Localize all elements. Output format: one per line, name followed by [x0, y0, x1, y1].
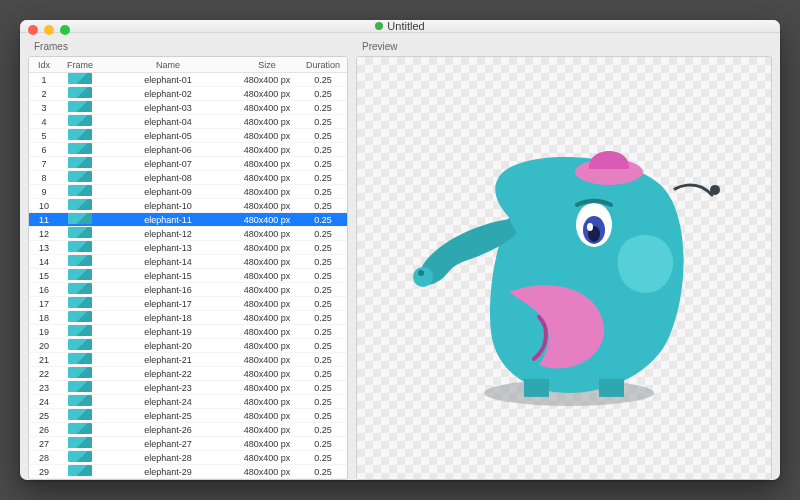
- table-row[interactable]: 2elephant-02480x400 px0.25: [29, 87, 347, 101]
- cell-idx: 18: [29, 313, 59, 323]
- cell-idx: 27: [29, 439, 59, 449]
- table-row[interactable]: 3elephant-03480x400 px0.25: [29, 101, 347, 115]
- cell-idx: 21: [29, 355, 59, 365]
- table-row[interactable]: 16elephant-16480x400 px0.25: [29, 283, 347, 297]
- table-row[interactable]: 15elephant-15480x400 px0.25: [29, 269, 347, 283]
- titlebar[interactable]: Untitled: [20, 20, 780, 33]
- table-row[interactable]: 7elephant-07480x400 px0.25: [29, 157, 347, 171]
- table-row[interactable]: 25elephant-25480x400 px0.25: [29, 409, 347, 423]
- cell-thumb: [59, 143, 101, 156]
- cell-idx: 28: [29, 453, 59, 463]
- preview-image: [399, 127, 729, 421]
- cell-name: elephant-05: [101, 131, 235, 141]
- table-row[interactable]: 1elephant-01480x400 px0.25: [29, 73, 347, 87]
- cell-duration: 0.25: [299, 285, 347, 295]
- cell-thumb: [59, 171, 101, 184]
- thumbnail-icon: [68, 297, 92, 308]
- table-row[interactable]: 19elephant-19480x400 px0.25: [29, 325, 347, 339]
- table-row[interactable]: 11elephant-11480x400 px0.25: [29, 213, 347, 227]
- cell-name: elephant-03: [101, 103, 235, 113]
- cell-thumb: [59, 73, 101, 86]
- table-row[interactable]: 23elephant-23480x400 px0.25: [29, 381, 347, 395]
- cell-thumb: [59, 381, 101, 394]
- cell-thumb: [59, 269, 101, 282]
- cell-idx: 19: [29, 327, 59, 337]
- cell-name: elephant-28: [101, 453, 235, 463]
- table-row[interactable]: 29elephant-29480x400 px0.25: [29, 465, 347, 479]
- cell-idx: 22: [29, 369, 59, 379]
- table-row[interactable]: 9elephant-09480x400 px0.25: [29, 185, 347, 199]
- cell-idx: 3: [29, 103, 59, 113]
- close-icon[interactable]: [28, 25, 38, 35]
- cell-duration: 0.25: [299, 397, 347, 407]
- cell-name: elephant-14: [101, 257, 235, 267]
- cell-idx: 23: [29, 383, 59, 393]
- cell-idx: 7: [29, 159, 59, 169]
- cell-thumb: [59, 437, 101, 450]
- cell-idx: 10: [29, 201, 59, 211]
- thumbnail-icon: [68, 381, 92, 392]
- preview-canvas[interactable]: [356, 56, 772, 480]
- col-name[interactable]: Name: [101, 60, 235, 70]
- thumbnail-icon: [68, 185, 92, 196]
- thumbnail-icon: [68, 129, 92, 140]
- cell-size: 480x400 px: [235, 75, 299, 85]
- cell-size: 480x400 px: [235, 103, 299, 113]
- cell-idx: 5: [29, 131, 59, 141]
- minimize-icon[interactable]: [44, 25, 54, 35]
- col-size[interactable]: Size: [235, 60, 299, 70]
- table-row[interactable]: 24elephant-24480x400 px0.25: [29, 395, 347, 409]
- table-row[interactable]: 27elephant-27480x400 px0.25: [29, 437, 347, 451]
- table-row[interactable]: 6elephant-06480x400 px0.25: [29, 143, 347, 157]
- table-row[interactable]: 4elephant-04480x400 px0.25: [29, 115, 347, 129]
- cell-size: 480x400 px: [235, 131, 299, 141]
- col-duration[interactable]: Duration: [299, 60, 347, 70]
- thumbnail-icon: [68, 241, 92, 252]
- cell-size: 480x400 px: [235, 299, 299, 309]
- cell-idx: 11: [29, 215, 59, 225]
- zoom-icon[interactable]: [60, 25, 70, 35]
- svg-point-22: [587, 223, 593, 231]
- table-row[interactable]: 18elephant-18480x400 px0.25: [29, 311, 347, 325]
- table-row[interactable]: 28elephant-28480x400 px0.25: [29, 451, 347, 465]
- cell-thumb: [59, 283, 101, 296]
- cell-idx: 14: [29, 257, 59, 267]
- table-row[interactable]: 26elephant-26480x400 px0.25: [29, 423, 347, 437]
- col-idx[interactable]: Idx: [29, 60, 59, 70]
- cell-duration: 0.25: [299, 299, 347, 309]
- table-row[interactable]: 20elephant-20480x400 px0.25: [29, 339, 347, 353]
- thumbnail-icon: [68, 339, 92, 350]
- thumbnail-icon: [68, 269, 92, 280]
- cell-idx: 12: [29, 229, 59, 239]
- table-row[interactable]: 17elephant-17480x400 px0.25: [29, 297, 347, 311]
- table-row[interactable]: 13elephant-13480x400 px0.25: [29, 241, 347, 255]
- cell-size: 480x400 px: [235, 341, 299, 351]
- cell-duration: 0.25: [299, 271, 347, 281]
- table-row[interactable]: 5elephant-05480x400 px0.25: [29, 129, 347, 143]
- cell-size: 480x400 px: [235, 229, 299, 239]
- table-row[interactable]: 8elephant-08480x400 px0.25: [29, 171, 347, 185]
- cell-name: elephant-04: [101, 117, 235, 127]
- thumbnail-icon: [68, 451, 92, 462]
- table-row[interactable]: 10elephant-10480x400 px0.25: [29, 199, 347, 213]
- cell-duration: 0.25: [299, 103, 347, 113]
- table-row[interactable]: 22elephant-22480x400 px0.25: [29, 367, 347, 381]
- thumbnail-icon: [68, 395, 92, 406]
- table-body[interactable]: 1elephant-01480x400 px0.252elephant-0248…: [29, 73, 347, 479]
- cell-thumb: [59, 297, 101, 310]
- cell-name: elephant-16: [101, 285, 235, 295]
- col-frame[interactable]: Frame: [59, 60, 101, 70]
- table-row[interactable]: 21elephant-21480x400 px0.25: [29, 353, 347, 367]
- thumbnail-icon: [68, 423, 92, 434]
- table-row[interactable]: 14elephant-14480x400 px0.25: [29, 255, 347, 269]
- cell-size: 480x400 px: [235, 201, 299, 211]
- cell-thumb: [59, 101, 101, 114]
- cell-name: elephant-20: [101, 341, 235, 351]
- cell-idx: 17: [29, 299, 59, 309]
- cell-duration: 0.25: [299, 201, 347, 211]
- cell-duration: 0.25: [299, 187, 347, 197]
- table-row[interactable]: 12elephant-12480x400 px0.25: [29, 227, 347, 241]
- cell-duration: 0.25: [299, 425, 347, 435]
- cell-name: elephant-29: [101, 467, 235, 477]
- cell-duration: 0.25: [299, 355, 347, 365]
